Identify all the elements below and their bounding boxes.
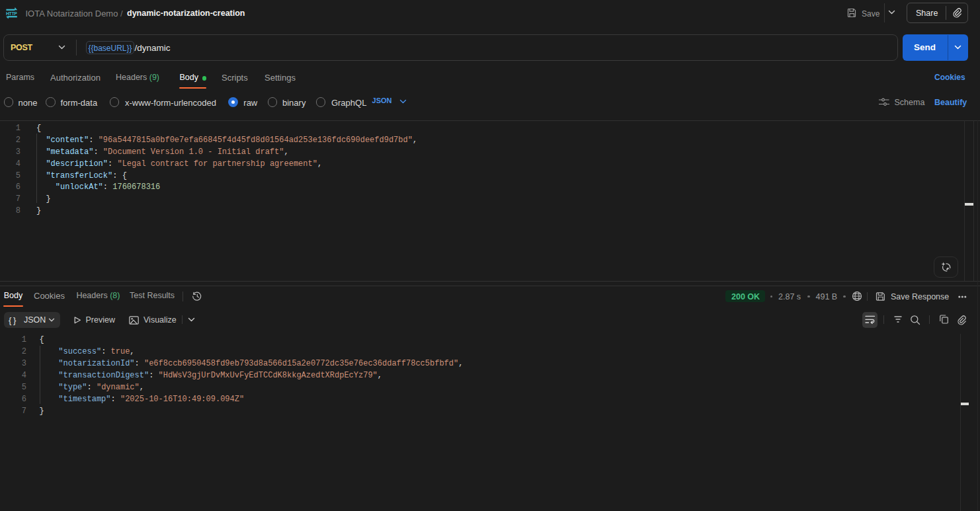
svg-text:HTTP: HTTP [6, 11, 17, 16]
